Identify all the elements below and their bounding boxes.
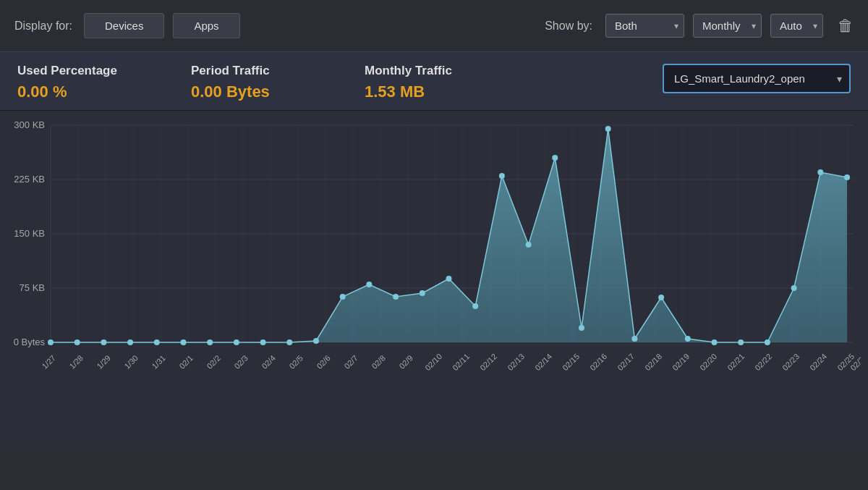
svg-text:02/20: 02/20 [698,352,718,372]
data-point [393,294,399,300]
svg-text:02/13: 02/13 [506,352,526,372]
monthly-dropdown-wrapper: Monthly Weekly Daily [693,14,762,38]
display-for-label: Display for: [14,20,72,33]
stats-bar: Used Percentage 0.00 % Period Traffic 0.… [0,51,868,111]
period-traffic-label: Period Traffic [191,64,365,78]
period-traffic-value: 0.00 Bytes [191,83,365,101]
monthly-traffic-label: Monthly Traffic [365,64,538,78]
svg-text:02/5: 02/5 [287,353,305,371]
data-point [446,276,452,282]
svg-text:02/2: 02/2 [205,353,222,371]
svg-text:1/28: 1/28 [67,353,85,371]
data-point [181,339,187,345]
svg-text:02/8: 02/8 [370,353,387,371]
data-point [234,339,239,345]
data-point [420,290,425,296]
data-point [366,282,372,287]
svg-text:02/21: 02/21 [726,352,746,372]
data-point [154,339,160,345]
data-point [313,338,319,344]
svg-text:02/6: 02/6 [315,353,332,371]
data-point [658,295,664,300]
data-point [765,339,770,345]
svg-text:02/24: 02/24 [808,352,828,372]
data-point [552,155,558,161]
devices-button[interactable]: Devices [84,13,164,38]
used-percentage-block: Used Percentage 0.00 % [17,64,191,101]
data-point [791,285,797,291]
data-point [526,242,532,248]
chart-svg: 300 KB 225 KB 150 KB 75 KB 0 Bytes [7,118,861,422]
monthly-traffic-block: Monthly Traffic 1.53 MB [365,64,538,101]
svg-text:1/29: 1/29 [95,353,112,371]
svg-text:150 KB: 150 KB [14,228,45,239]
data-point [844,174,850,180]
svg-text:02/10: 02/10 [423,352,443,372]
data-point [75,339,80,345]
used-percentage-value: 0.00 % [17,83,191,101]
svg-text:1/27: 1/27 [40,353,57,371]
data-point [712,339,718,345]
both-dropdown-wrapper: Both Upload Download [605,14,684,38]
chart-area: 300 KB 225 KB 150 KB 75 KB 0 Bytes [0,111,868,444]
trash-button[interactable]: 🗑 [838,17,854,35]
data-point [685,336,691,342]
data-point [340,294,346,300]
apps-button[interactable]: Apps [173,13,239,38]
svg-text:02/16: 02/16 [588,352,608,372]
data-point [127,339,133,345]
data-point [605,126,611,132]
svg-text:225 KB: 225 KB [14,174,45,185]
data-point [817,169,823,175]
svg-text:02/22: 02/22 [753,352,773,372]
top-bar: Display for: Devices Apps Show by: Both … [0,0,868,51]
data-point [579,325,584,331]
data-point [286,339,292,345]
svg-text:02/9: 02/9 [397,353,414,371]
svg-text:02/3: 02/3 [232,353,250,371]
svg-text:1/30: 1/30 [122,353,140,371]
device-dropdown-wrapper: LG_Smart_Laundry2_open [663,64,851,93]
show-by-label: Show by: [545,20,592,33]
data-point [48,339,54,345]
svg-text:02/17: 02/17 [616,352,636,372]
svg-text:02/19: 02/19 [671,352,691,372]
svg-text:02/14: 02/14 [533,352,553,372]
data-point [260,339,266,345]
svg-text:0 Bytes: 0 Bytes [14,337,46,347]
auto-dropdown-wrapper: Auto KB MB [770,14,823,38]
svg-text:02/1: 02/1 [177,353,195,371]
data-point [101,339,106,345]
svg-text:75 KB: 75 KB [20,282,45,293]
period-traffic-block: Period Traffic 0.00 Bytes [191,64,365,101]
svg-text:02/4: 02/4 [260,353,277,371]
svg-text:02/12: 02/12 [478,352,498,372]
trash-icon: 🗑 [838,17,854,35]
auto-dropdown[interactable]: Auto KB MB [770,14,823,38]
used-percentage-label: Used Percentage [17,64,191,78]
data-point [499,173,505,179]
svg-text:02/23: 02/23 [780,352,801,372]
svg-text:02/7: 02/7 [342,353,359,371]
both-dropdown[interactable]: Both Upload Download [605,14,684,38]
data-point [207,339,213,345]
data-point [631,336,637,342]
chart-container: 300 KB 225 KB 150 KB 75 KB 0 Bytes [7,118,861,422]
svg-text:300 KB: 300 KB [14,119,45,130]
monthly-traffic-value: 1.53 MB [365,83,538,101]
data-point [472,303,478,309]
data-point [738,339,744,345]
svg-text:02/15: 02/15 [561,352,581,372]
svg-text:02/18: 02/18 [643,352,663,372]
device-dropdown[interactable]: LG_Smart_Laundry2_open [663,64,851,93]
svg-text:02/11: 02/11 [451,352,471,372]
monthly-dropdown[interactable]: Monthly Weekly Daily [693,14,762,38]
chart-area-fill [51,129,847,342]
svg-text:1/31: 1/31 [150,353,167,371]
